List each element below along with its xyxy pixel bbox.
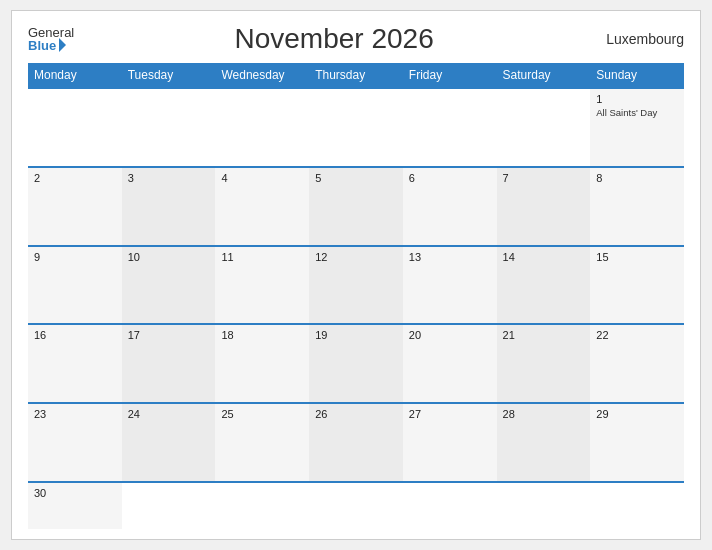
week-row-6: 30 (28, 481, 684, 529)
week-row-5: 23242526272829 (28, 402, 684, 481)
day-cell: 10 (122, 247, 216, 324)
day-number: 8 (596, 172, 678, 184)
header-sunday: Sunday (590, 63, 684, 87)
day-cell: 20 (403, 325, 497, 402)
day-number: 22 (596, 329, 678, 341)
day-cell: 24 (122, 404, 216, 481)
day-number: 5 (315, 172, 397, 184)
day-cell (215, 89, 309, 166)
header-friday: Friday (403, 63, 497, 87)
day-headers-row: Monday Tuesday Wednesday Thursday Friday… (28, 63, 684, 87)
calendar-grid: Monday Tuesday Wednesday Thursday Friday… (28, 63, 684, 529)
week-row-4: 16171819202122 (28, 323, 684, 402)
day-number: 21 (503, 329, 585, 341)
day-number: 25 (221, 408, 303, 420)
day-cell: 16 (28, 325, 122, 402)
day-number: 17 (128, 329, 210, 341)
day-number: 14 (503, 251, 585, 263)
day-cell: 26 (309, 404, 403, 481)
day-cell (309, 483, 403, 529)
day-number: 15 (596, 251, 678, 263)
header-tuesday: Tuesday (122, 63, 216, 87)
day-number: 27 (409, 408, 491, 420)
header-monday: Monday (28, 63, 122, 87)
day-number: 13 (409, 251, 491, 263)
day-number: 20 (409, 329, 491, 341)
logo: General Blue (28, 26, 74, 52)
day-cell: 5 (309, 168, 403, 245)
day-number: 4 (221, 172, 303, 184)
day-number: 9 (34, 251, 116, 263)
day-number: 12 (315, 251, 397, 263)
calendar-title: November 2026 (74, 23, 594, 55)
day-cell: 7 (497, 168, 591, 245)
country-label: Luxembourg (594, 31, 684, 47)
day-number: 10 (128, 251, 210, 263)
day-number: 2 (34, 172, 116, 184)
day-cell: 11 (215, 247, 309, 324)
day-cell: 15 (590, 247, 684, 324)
week-row-1: 1All Saints' Day (28, 87, 684, 166)
day-cell: 23 (28, 404, 122, 481)
header-wednesday: Wednesday (215, 63, 309, 87)
day-cell (122, 483, 216, 529)
day-cell (403, 483, 497, 529)
day-number: 30 (34, 487, 116, 499)
day-number: 7 (503, 172, 585, 184)
day-cell (28, 89, 122, 166)
day-number: 18 (221, 329, 303, 341)
day-number: 16 (34, 329, 116, 341)
day-cell: 2 (28, 168, 122, 245)
day-cell: 3 (122, 168, 216, 245)
day-cell: 9 (28, 247, 122, 324)
day-number: 6 (409, 172, 491, 184)
header-thursday: Thursday (309, 63, 403, 87)
logo-blue-text: Blue (28, 39, 74, 52)
day-number: 11 (221, 251, 303, 263)
week-row-2: 2345678 (28, 166, 684, 245)
day-cell (403, 89, 497, 166)
day-cell (497, 89, 591, 166)
day-number: 29 (596, 408, 678, 420)
day-cell (309, 89, 403, 166)
day-number: 26 (315, 408, 397, 420)
day-cell: 13 (403, 247, 497, 324)
day-cell: 29 (590, 404, 684, 481)
day-cell: 28 (497, 404, 591, 481)
day-cell: 22 (590, 325, 684, 402)
day-cell: 12 (309, 247, 403, 324)
day-cell: 1All Saints' Day (590, 89, 684, 166)
day-event: All Saints' Day (596, 107, 678, 118)
calendar-weeks: 1All Saints' Day234567891011121314151617… (28, 87, 684, 529)
day-cell: 30 (28, 483, 122, 529)
day-number: 3 (128, 172, 210, 184)
day-cell: 25 (215, 404, 309, 481)
day-number: 1 (596, 93, 678, 105)
day-cell: 14 (497, 247, 591, 324)
day-cell: 27 (403, 404, 497, 481)
day-number: 19 (315, 329, 397, 341)
day-cell: 18 (215, 325, 309, 402)
logo-triangle-icon (59, 38, 66, 52)
day-cell: 19 (309, 325, 403, 402)
calendar: General Blue November 2026 Luxembourg Mo… (11, 10, 701, 540)
day-cell (215, 483, 309, 529)
day-number: 23 (34, 408, 116, 420)
calendar-header: General Blue November 2026 Luxembourg (28, 23, 684, 55)
day-number: 28 (503, 408, 585, 420)
week-row-3: 9101112131415 (28, 245, 684, 324)
day-cell: 8 (590, 168, 684, 245)
day-cell: 4 (215, 168, 309, 245)
day-cell (122, 89, 216, 166)
day-cell: 21 (497, 325, 591, 402)
day-cell (590, 483, 684, 529)
day-number: 24 (128, 408, 210, 420)
header-saturday: Saturday (497, 63, 591, 87)
day-cell: 17 (122, 325, 216, 402)
day-cell: 6 (403, 168, 497, 245)
day-cell (497, 483, 591, 529)
